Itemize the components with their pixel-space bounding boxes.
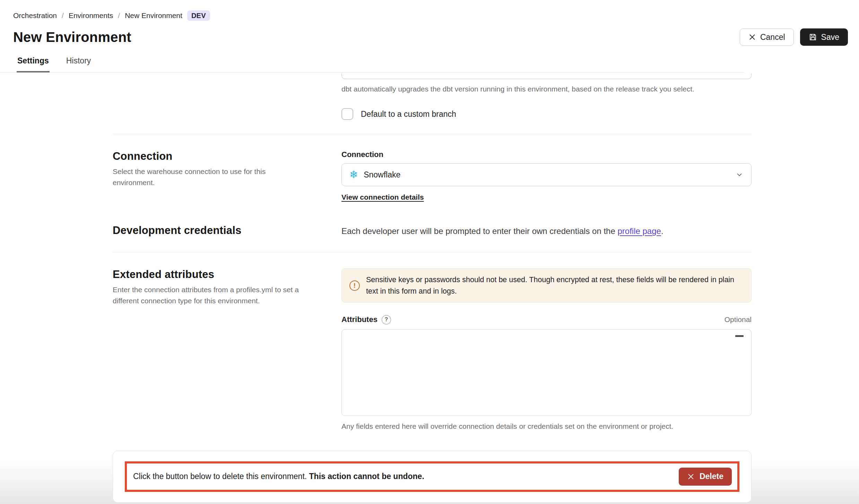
help-icon[interactable]: ? (382, 315, 391, 324)
release-track-select-partial[interactable] (341, 73, 752, 79)
breadcrumb-separator: / (62, 11, 64, 20)
breadcrumb-separator: / (118, 11, 120, 20)
cancel-button[interactable]: Cancel (740, 28, 794, 46)
sensitive-keys-warning-banner: ! Sensitive keys or passwords should not… (341, 268, 752, 303)
connection-select-value: Snowflake (364, 170, 730, 180)
close-icon (748, 33, 756, 41)
delete-button-label: Delete (700, 472, 723, 481)
danger-zone-card: Click the button below to delete this en… (113, 451, 752, 503)
optional-badge: Optional (724, 315, 752, 324)
view-connection-details-link[interactable]: View connection details (341, 193, 424, 201)
breadcrumb: Orchestration / Environments / New Envir… (13, 10, 851, 21)
breadcrumb-item-new-environment[interactable]: New Environment (125, 11, 182, 20)
attributes-field-label: Attributes (341, 315, 378, 324)
dev-credentials-title: Development credentials (113, 224, 341, 237)
danger-zone-text-bold: This action cannot be undone. (309, 472, 424, 481)
warning-icon: ! (349, 280, 360, 291)
danger-zone-text: Click the button below to delete this en… (133, 472, 424, 481)
danger-highlight-box: Click the button below to delete this en… (125, 461, 739, 492)
danger-zone-text-normal: Click the button below to delete this en… (133, 472, 309, 481)
extended-attributes-title: Extended attributes (113, 268, 341, 281)
dev-credentials-text-before: Each developer user will be prompted to … (341, 226, 617, 236)
breadcrumb-item-environments[interactable]: Environments (69, 11, 113, 20)
profile-page-link[interactable]: profile page (617, 226, 661, 236)
tab-bar: Settings History (0, 56, 744, 72)
cancel-button-label: Cancel (760, 33, 785, 42)
release-track-helper-text: dbt automatically upgrades the dbt versi… (341, 84, 752, 94)
attributes-editor[interactable] (341, 329, 752, 416)
chevron-down-icon (735, 171, 744, 179)
connection-section-title: Connection (113, 150, 341, 163)
breadcrumb-item-orchestration[interactable]: Orchestration (13, 11, 57, 20)
environment-type-badge: DEV (187, 10, 210, 21)
close-icon (687, 473, 695, 480)
save-button-label: Save (821, 33, 839, 42)
extended-attributes-description: Enter the connection attributes from a p… (113, 284, 307, 306)
dev-credentials-text-after: . (661, 226, 663, 236)
tab-settings[interactable]: Settings (17, 56, 50, 72)
dev-credentials-text: Each developer user will be prompted to … (341, 224, 752, 237)
page-title: New Environment (13, 29, 131, 45)
attributes-helper-text: Any fields entered here will override co… (341, 422, 752, 431)
default-custom-branch-label: Default to a custom branch (361, 110, 456, 119)
header-actions: Cancel Save (740, 28, 848, 46)
default-custom-branch-checkbox[interactable] (341, 108, 353, 120)
save-button[interactable]: Save (800, 28, 848, 46)
save-icon (809, 33, 817, 41)
tab-history[interactable]: History (66, 56, 92, 72)
connection-section-description: Select the warehouse connection to use f… (113, 166, 307, 188)
editor-collapse-icon[interactable] (735, 335, 744, 337)
connection-field-label: Connection (341, 150, 752, 159)
delete-button[interactable]: Delete (679, 468, 732, 486)
warning-text: Sensitive keys or passwords should not b… (366, 274, 744, 297)
connection-select[interactable]: ❄ Snowflake (341, 163, 752, 186)
snowflake-icon: ❄ (349, 170, 358, 180)
